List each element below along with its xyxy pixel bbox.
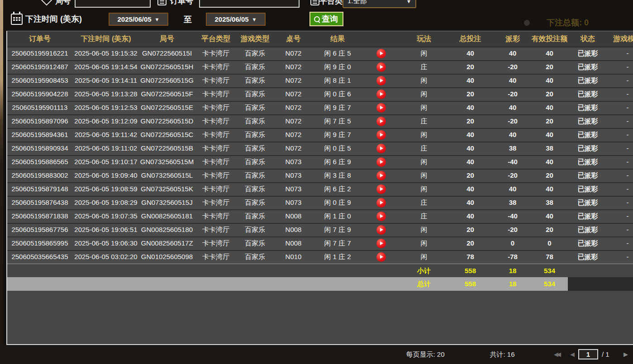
table-row[interactable]: 2506050356654352025-06-05 03:02:20GN0102… [7, 250, 633, 264]
replay-cell [361, 88, 401, 101]
replay-cell [361, 210, 401, 223]
replay-play-icon[interactable] [376, 90, 386, 99]
table-row[interactable]: 2506051959042282025-06-05 19:13:28GN0722… [7, 87, 633, 101]
replay-play-icon[interactable] [376, 130, 386, 140]
cell-game: 百家乐 [237, 88, 273, 101]
replay-play-icon[interactable] [376, 62, 386, 72]
table-row[interactable]: 2506051959124872025-06-05 19:14:54GN0722… [7, 60, 633, 74]
page-size-label: 每页显示: 20 [398, 345, 452, 364]
cell-valid: 38 [531, 142, 568, 155]
replay-play-icon[interactable] [376, 49, 386, 58]
cell-mode: - [608, 251, 633, 264]
cell-time: 2025-06-05 19:06:30 [72, 237, 139, 250]
column-header: 玩法 [401, 31, 447, 47]
column-header: 派彩 [494, 31, 531, 47]
cell-order: 250605195901113 [7, 102, 72, 114]
table-row[interactable]: 2506051958791482025-06-05 19:08:59GN0732… [7, 182, 633, 196]
next-page-button[interactable]: ▶ [623, 345, 628, 364]
cell-order: 250605195883002 [7, 170, 72, 182]
cell-payout: 40 [494, 183, 531, 196]
table-row[interactable]: 2506051958677562025-06-05 19:06:51GN0082… [7, 223, 633, 236]
replay-play-icon[interactable] [376, 103, 386, 113]
table-row[interactable]: 2506051958970962025-06-05 19:12:09GN0722… [7, 114, 633, 128]
table-row[interactable]: 2506051958909342025-06-05 19:11:02GN0722… [7, 142, 633, 155]
cell-table: N073 [273, 197, 314, 209]
page-number-input[interactable] [578, 349, 598, 359]
platform-selected-value: 1.全部 [347, 0, 367, 5]
replay-play-icon[interactable] [376, 225, 386, 235]
cell-valid: 40 [531, 75, 568, 87]
cell-bet: 20 [447, 61, 494, 74]
round-number-input[interactable] [75, 0, 151, 8]
query-button[interactable]: 查询 [309, 12, 343, 26]
cell-result: 闲 7 庄 5 [314, 115, 361, 128]
table-row[interactable]: 2506051958943612025-06-05 19:11:42GN0722… [7, 128, 633, 142]
date-to-picker[interactable]: 2025/06/05 ▼ [206, 13, 266, 26]
replay-play-icon[interactable] [376, 117, 386, 126]
cell-table: N072 [273, 75, 314, 87]
cell-table: N072 [273, 129, 314, 142]
first-page-button[interactable]: ◀◀ [554, 345, 559, 364]
table-row[interactable]: 2506051959011132025-06-05 19:12:53GN0722… [7, 101, 633, 114]
replay-play-icon[interactable] [376, 157, 386, 167]
cell-order: 250605195886565 [7, 156, 72, 169]
table-row[interactable]: 2506051958764382025-06-05 19:08:29GN0732… [7, 196, 633, 209]
replay-play-icon[interactable] [376, 184, 386, 194]
cell-play: 闲 [401, 183, 447, 196]
cell-bet: 40 [447, 197, 494, 209]
chevron-down-icon: ▼ [252, 17, 257, 22]
platform-type-select[interactable]: 1.全部 ▼ [343, 0, 416, 8]
date-from-picker[interactable]: 2025/06/05 ▼ [109, 13, 168, 26]
cell-order: 250605195916221 [7, 47, 72, 60]
cell-bet: 78 [447, 251, 494, 264]
cell-payout: 40 [494, 75, 531, 87]
cell-round: GN0082560517Z [139, 237, 195, 250]
replay-play-icon[interactable] [376, 171, 386, 180]
replay-play-icon[interactable] [376, 144, 386, 153]
play-triangle-icon [380, 228, 383, 232]
replay-cell [361, 183, 401, 196]
prev-page-button[interactable]: ◀ [570, 345, 575, 364]
cell-status: 已派彩 [568, 75, 608, 87]
bet-records-table: 订单号下注时间 (美东)局号平台类型游戏类型桌号结果玩法总投注派彩有效投注额状态… [6, 31, 633, 345]
cell-bet: 40 [447, 102, 494, 114]
replay-cell [361, 61, 401, 74]
table-row[interactable]: 2506051958865652025-06-05 19:10:17GN0732… [7, 155, 633, 169]
replay-cell [361, 224, 401, 236]
page-total-label: / 1 [602, 345, 609, 364]
replay-cell [361, 197, 401, 209]
cell-order: 250605195871838 [7, 210, 72, 223]
cell-order: 250605195879148 [7, 183, 72, 196]
cell-time: 2025-06-05 19:15:32 [72, 47, 139, 60]
cell-play: 闲 [401, 251, 447, 264]
cell-mode: - [608, 237, 633, 250]
cell-payout: 0 [494, 237, 531, 250]
cell-game: 百家乐 [237, 61, 273, 74]
cell-time: 2025-06-05 19:12:09 [72, 115, 139, 128]
cell-bet: 40 [447, 129, 494, 142]
table-row[interactable]: 2506051959162212025-06-05 19:15:32GN0722… [7, 47, 633, 60]
replay-play-icon[interactable] [376, 252, 386, 262]
replay-play-icon[interactable] [376, 239, 386, 248]
cell-status: 已派彩 [568, 237, 608, 250]
order-number-input[interactable] [199, 0, 300, 8]
replay-play-icon[interactable] [376, 212, 386, 221]
cell-time: 2025-06-05 19:08:29 [72, 197, 139, 209]
cell-time: 2025-06-05 19:10:17 [72, 156, 139, 169]
cell-order: 250605195904228 [7, 88, 72, 101]
table-row[interactable]: 2506051959084532025-06-05 19:14:11GN0722… [7, 74, 633, 87]
cell-game: 百家乐 [237, 237, 273, 250]
cell-valid: 20 [531, 88, 568, 101]
cell-payout: -20 [494, 61, 531, 74]
cell-play: 闲 [401, 88, 447, 101]
table-row[interactable]: 2506051958718382025-06-05 19:07:35GN0082… [7, 209, 633, 223]
cell-table: N072 [273, 47, 314, 60]
replay-cell [361, 129, 401, 142]
pagination-bar: 每页显示: 20 共计: 16 ◀◀ ◀ / 1 ▶ [0, 345, 633, 364]
cell-platform: 卡卡湾厅 [195, 237, 237, 250]
cell-table: N073 [273, 156, 314, 169]
replay-play-icon[interactable] [376, 76, 386, 85]
replay-play-icon[interactable] [376, 198, 386, 208]
table-row[interactable]: 2506051958830022025-06-05 19:09:40GN0732… [7, 169, 633, 182]
table-row[interactable]: 2506051958659952025-06-05 19:06:30GN0082… [7, 236, 633, 250]
